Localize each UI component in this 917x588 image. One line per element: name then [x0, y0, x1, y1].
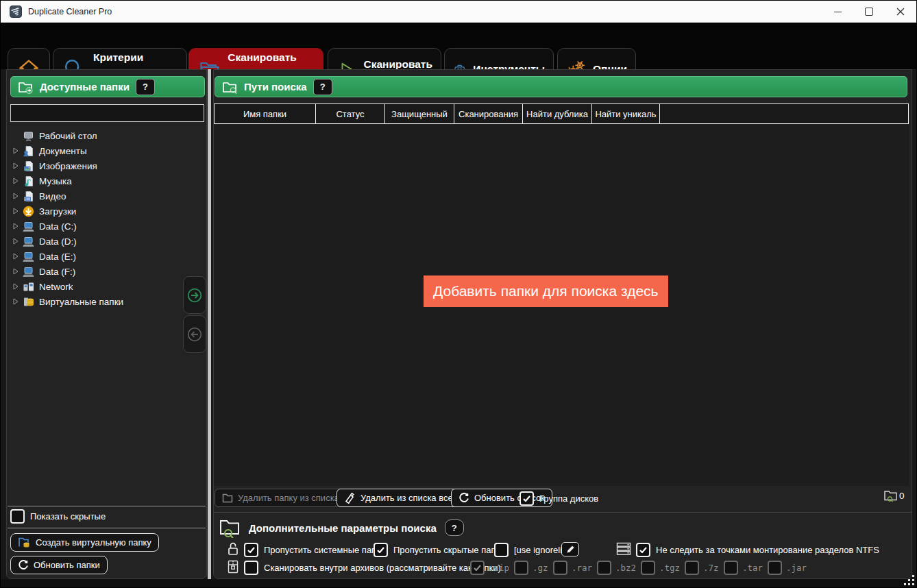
lock-icon — [227, 541, 239, 559]
ntfs-mount-checkbox[interactable] — [636, 543, 650, 557]
app-logo-icon — [10, 5, 22, 18]
minimize-button[interactable] — [822, 1, 853, 23]
panel-splitter[interactable] — [208, 69, 211, 579]
ext-zip-row: .zip — [470, 561, 509, 575]
skip-system-checkbox[interactable] — [244, 543, 258, 557]
expander-icon[interactable] — [10, 238, 21, 245]
edit-ignorelist-button[interactable] — [561, 542, 579, 556]
skip-system-row: Пропустить системные папки — [244, 543, 385, 557]
tree-item-label: Data (D:) — [39, 236, 77, 247]
tree-item-downloads[interactable]: Загрузки — [10, 204, 204, 219]
arrow-right-circle-icon — [186, 287, 203, 304]
tree-item-label: Data (E:) — [39, 252, 76, 262]
column-scan[interactable]: Сканирования — [454, 104, 523, 123]
tree-item-desktop[interactable]: Рабочий стол — [10, 128, 204, 143]
move-to-paths-button[interactable] — [183, 276, 206, 314]
skip-hidden-checkbox[interactable] — [374, 543, 388, 557]
close-icon — [896, 8, 905, 16]
create-virtual-folder-button[interactable]: Создать виртуальную папку — [10, 533, 159, 552]
refresh-folders-label: Обновить папки — [34, 560, 100, 570]
column-protected[interactable]: Защищенный — [385, 104, 454, 123]
ext-tar-checkbox[interactable] — [724, 561, 738, 575]
tree-item-music[interactable]: Музыка — [10, 173, 204, 188]
tree-item-documents[interactable]: Документы — [10, 143, 204, 158]
help-button[interactable]: ? — [136, 79, 155, 95]
remove-path-button[interactable]: Удалить папку из списка — [215, 489, 347, 507]
tree-item-drive-d[interactable]: Data (D:) — [10, 234, 204, 249]
extra-options-header: Дополнительные параметры поиска ? — [219, 516, 464, 539]
drive-group-row: Группа дисков — [519, 491, 598, 506]
skip-hidden-row: Пропустить скрытые папки — [374, 543, 504, 557]
tree-item-network[interactable]: Network — [10, 279, 204, 294]
ext-tar-row: .tar — [724, 561, 763, 575]
tree-item-pictures[interactable]: Изображения — [10, 158, 204, 173]
ext-jar-label: .jar — [786, 563, 807, 573]
tree-item-virtual-folders[interactable]: Виртуальные папки — [10, 294, 204, 309]
show-hidden-checkbox[interactable] — [10, 509, 25, 524]
expander-icon[interactable] — [10, 193, 21, 199]
tree-item-drive-f[interactable]: Data (F:) — [10, 264, 204, 279]
ext-jar-checkbox[interactable] — [768, 561, 782, 575]
tree-item-label: Музыка — [39, 176, 72, 186]
folder-search-small-icon — [883, 489, 898, 502]
ext-zip-checkbox[interactable] — [470, 561, 485, 575]
column-find-duplicates[interactable]: Найти дублика — [523, 104, 592, 123]
ext-tar-label: .tar — [742, 563, 763, 573]
archive-icon — [227, 560, 239, 576]
tree-item-drive-c[interactable]: Data (C:) — [10, 219, 204, 234]
ignorelist-checkbox[interactable] — [494, 543, 509, 557]
ext-gz-checkbox[interactable] — [514, 561, 528, 575]
skip-hidden-label: Пропустить скрытые папки — [393, 545, 504, 555]
tree-item-label: Изображения — [39, 161, 97, 171]
drive-group-label: Группа дисков — [539, 493, 598, 504]
tree-item-label: Data (F:) — [39, 267, 75, 277]
ext-gz-row: .gz — [514, 561, 548, 575]
column-filler — [660, 104, 909, 123]
column-folder-name[interactable]: Имя папки — [215, 104, 316, 123]
folder-search-large-icon — [219, 517, 241, 538]
expander-icon[interactable] — [10, 283, 21, 290]
close-button[interactable] — [885, 1, 916, 23]
expander-icon[interactable] — [10, 208, 21, 215]
window-title: Duplicate Cleaner Pro — [28, 7, 112, 16]
expander-icon[interactable] — [10, 177, 21, 184]
scan-archives-row: Сканировать внутри архивов (рассматривай… — [244, 561, 501, 575]
column-find-unique[interactable]: Найти уникаль — [592, 104, 660, 123]
expander-icon[interactable] — [10, 162, 21, 169]
folder-filter-input[interactable] — [10, 104, 204, 122]
help-button[interactable]: ? — [313, 79, 332, 95]
ext-7z-checkbox[interactable] — [685, 561, 699, 575]
expander-icon[interactable] — [10, 268, 21, 275]
app-window: Duplicate Cleaner Pro Критерии поискаЧто… — [0, 0, 917, 588]
window-bottom-strip — [1, 579, 917, 588]
refresh-folders-button[interactable]: Обновить папки — [10, 556, 108, 574]
expander-icon[interactable] — [10, 223, 21, 230]
ext-bz2-checkbox[interactable] — [597, 561, 611, 575]
ext-tgz-checkbox[interactable] — [641, 561, 655, 575]
drive-icon — [21, 251, 35, 262]
expander-icon[interactable] — [10, 147, 21, 154]
available-folders-header: Доступные папки ? — [10, 76, 205, 97]
maximize-icon — [865, 8, 873, 16]
resize-grip[interactable] — [903, 574, 916, 587]
expander-icon[interactable] — [10, 253, 21, 260]
virtual-folder-icon — [21, 296, 35, 308]
expander-icon[interactable] — [10, 298, 21, 305]
ignorelist-row: [use ignorelist] — [494, 543, 572, 557]
folder-add-icon — [17, 79, 34, 95]
scan-archives-checkbox[interactable] — [244, 561, 258, 575]
tree-item-drive-e[interactable]: Data (E:) — [10, 249, 204, 264]
help-button[interactable]: ? — [445, 519, 464, 536]
ext-tgz-label: .tgz — [659, 563, 680, 573]
column-status[interactable]: Статус — [316, 104, 385, 123]
folder-remove-icon — [222, 493, 233, 503]
tree-item-video[interactable]: Видео — [10, 188, 204, 204]
drive-group-checkbox[interactable] — [519, 491, 534, 506]
remove-from-paths-button[interactable] — [183, 315, 206, 353]
remove-all-paths-button[interactable]: Удалить из списка все — [337, 489, 461, 507]
ext-rar-checkbox[interactable] — [553, 561, 567, 575]
refresh-icon — [459, 493, 469, 504]
maximize-button[interactable] — [853, 1, 885, 23]
music-icon — [21, 175, 35, 187]
drive-icon — [21, 236, 35, 247]
